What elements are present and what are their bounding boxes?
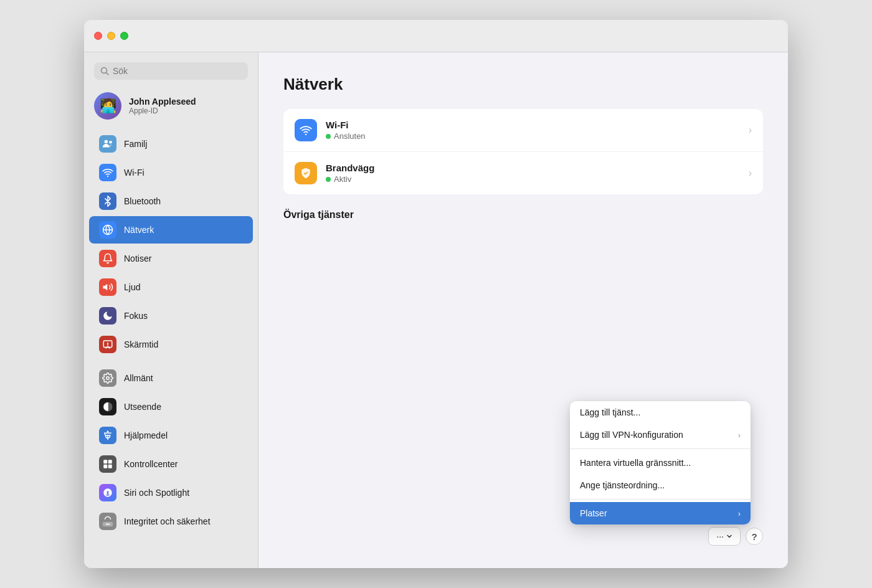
sidebar-item-utseende[interactable]: Utseende (89, 393, 253, 420)
menu-item-hantera-virtuella[interactable]: Hantera virtuella gränssnitt... (570, 452, 751, 474)
svg-point-23 (305, 133, 307, 135)
more-button[interactable]: ··· (708, 527, 741, 546)
menu-divider-2 (570, 499, 751, 500)
vpn-submenu-chevron-icon: › (738, 430, 741, 440)
sidebar-item-label-wifi: Wi-Fi (124, 168, 145, 178)
sidebar: 🧑‍💻 John Appleseed Apple-ID Familj (84, 52, 258, 568)
svg-marker-7 (103, 284, 108, 291)
wifi-card-info: Wi-Fi Ansluten (326, 120, 740, 141)
user-name: John Appleseed (129, 97, 196, 107)
wifi-icon (99, 164, 116, 181)
sidebar-item-siri[interactable]: Siri och Spotlight (89, 479, 253, 506)
menu-divider-1 (570, 448, 751, 449)
screentime-icon (99, 336, 116, 353)
chevron-down-icon (726, 533, 732, 539)
general-icon (99, 369, 116, 387)
controlcenter-icon (99, 455, 116, 473)
other-services-header: Övriga tjänster (283, 209, 763, 220)
search-input[interactable] (113, 66, 242, 76)
sidebar-item-ljud[interactable]: Ljud (89, 273, 253, 301)
minimize-button[interactable] (107, 32, 115, 40)
svg-point-13 (107, 431, 109, 433)
search-container (84, 60, 258, 87)
accessibility-icon (99, 427, 116, 444)
wifi-status-text: Ansluten (334, 131, 366, 141)
menu-item-ange-tjansteordning[interactable]: Ange tjänsteordning... (570, 474, 751, 496)
svg-point-2 (105, 140, 108, 143)
sidebar-item-label-utseende: Utseende (124, 402, 161, 412)
network-icon (99, 221, 116, 239)
privacy-icon (99, 513, 116, 530)
firewall-card-icon (295, 162, 317, 184)
user-section[interactable]: 🧑‍💻 John Appleseed Apple-ID (84, 87, 258, 125)
titlebar (84, 20, 788, 52)
bluetooth-icon (99, 192, 116, 210)
sidebar-item-skarmtid[interactable]: Skärmtid (89, 331, 253, 358)
sidebar-item-kontrollcenter[interactable]: Kontrollcenter (89, 450, 253, 478)
sidebar-item-natverk[interactable]: Nätverk (89, 216, 253, 244)
svg-point-3 (109, 141, 112, 144)
search-icon (100, 67, 109, 75)
menu-item-label-lagg-till-tjanst: Lägg till tjänst... (580, 407, 640, 417)
firewall-card-item[interactable]: Brandvägg Aktiv › (283, 152, 763, 194)
svg-rect-17 (103, 465, 107, 468)
sidebar-item-integritet[interactable]: Integritet och säkerhet (89, 508, 253, 535)
menu-item-lagg-till-vpn[interactable]: Lägg till VPN-konfiguration › (570, 424, 751, 446)
sidebar-item-label-ljud: Ljud (124, 282, 140, 292)
sidebar-item-familj[interactable]: Familj (89, 130, 253, 158)
siri-icon (99, 484, 116, 501)
traffic-lights (94, 32, 128, 40)
svg-rect-18 (108, 465, 112, 468)
sidebar-item-wifi[interactable]: Wi-Fi (89, 159, 253, 186)
sidebar-item-label-skarmtid: Skärmtid (124, 339, 158, 349)
content-area: Nätverk Wi-Fi (258, 52, 788, 568)
help-button[interactable]: ? (746, 528, 763, 545)
sidebar-item-hjalpmedel[interactable]: Hjälpmedel (89, 422, 253, 449)
svg-rect-16 (108, 460, 112, 463)
maximize-button[interactable] (120, 32, 128, 40)
firewall-status-text: Aktiv (334, 174, 351, 184)
user-info: John Appleseed Apple-ID (129, 97, 196, 115)
sidebar-item-notiser[interactable]: Notiser (89, 245, 253, 272)
sidebar-item-label-familj: Familj (124, 139, 147, 149)
menu-item-label-lagg-till-vpn: Lägg till VPN-konfiguration (580, 430, 683, 440)
svg-point-10 (107, 343, 108, 344)
user-subtitle: Apple-ID (129, 107, 196, 115)
main-content: 🧑‍💻 John Appleseed Apple-ID Familj (84, 52, 788, 568)
sidebar-item-label-bluetooth: Bluetooth (124, 196, 161, 206)
sidebar-item-bluetooth[interactable]: Bluetooth (89, 187, 253, 215)
menu-item-label-ange-tjansteordning: Ange tjänsteordning... (580, 480, 665, 490)
svg-point-4 (107, 176, 108, 177)
main-window: 🧑‍💻 John Appleseed Apple-ID Familj (84, 20, 788, 568)
svg-point-11 (107, 377, 110, 380)
menu-item-label-hantera-virtuella: Hantera virtuella gränssnitt... (580, 458, 691, 468)
close-button[interactable] (94, 32, 102, 40)
avatar: 🧑‍💻 (94, 92, 121, 120)
wifi-card-status: Ansluten (326, 131, 740, 141)
sidebar-item-label-kontrollcenter: Kontrollcenter (124, 459, 178, 469)
svg-rect-15 (103, 460, 107, 463)
focus-icon (99, 307, 116, 325)
sidebar-item-allmat[interactable]: Allmänt (89, 364, 253, 392)
firewall-chevron-icon: › (749, 168, 752, 179)
sidebar-item-fokus[interactable]: Fokus (89, 302, 253, 330)
sidebar-item-label-allmat: Allmänt (124, 373, 153, 383)
sidebar-item-label-fokus: Fokus (124, 311, 148, 321)
wifi-card-title: Wi-Fi (326, 120, 740, 130)
firewall-card-title: Brandvägg (326, 163, 740, 173)
help-button-label: ? (751, 531, 757, 542)
wifi-card-item[interactable]: Wi-Fi Ansluten › (283, 109, 763, 152)
notifications-icon (99, 250, 116, 267)
menu-item-platser[interactable]: Platser › (570, 502, 751, 524)
firewall-card-info: Brandvägg Aktiv (326, 163, 740, 184)
menu-item-lagg-till-tjanst[interactable]: Lägg till tjänst... (570, 401, 751, 424)
bottom-toolbar: ··· ? (708, 527, 763, 546)
sound-icon (99, 278, 116, 296)
dropdown-menu: Lägg till tjänst... Lägg till VPN-konfig… (570, 401, 751, 524)
svg-line-1 (107, 73, 109, 75)
network-services-card: Wi-Fi Ansluten › (283, 109, 763, 194)
menu-item-label-platser: Platser (580, 508, 607, 518)
search-box[interactable] (94, 62, 248, 80)
wifi-card-icon (295, 119, 317, 141)
sidebar-item-label-siri: Siri och Spotlight (124, 488, 189, 498)
